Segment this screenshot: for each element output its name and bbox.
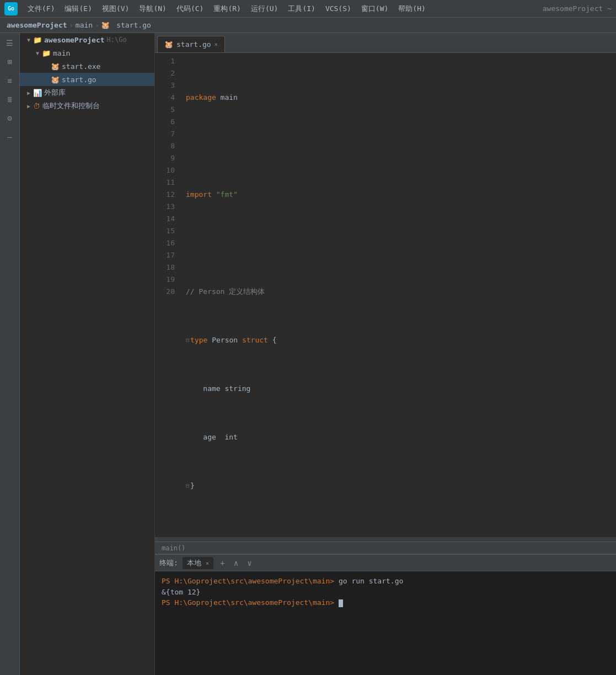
file-tree-startgo[interactable]: 🐹 start.go <box>20 73 154 86</box>
sidebar-btn-settings[interactable]: ⚙ <box>2 110 18 126</box>
ln-14: 14 <box>155 213 177 225</box>
code-lines[interactable]: package main import "fmt" // Person 定义结构… <box>181 53 616 537</box>
terminal-panel: 终端: 本地 × + ∧ ∨ PS H:\Goproject\src\aweso… <box>155 554 616 675</box>
breadcrumb-file-icon: 🐹 <box>101 21 110 29</box>
project-path: H:\Go <box>107 36 127 44</box>
sidebar-btn-indent2[interactable]: ≣ <box>2 92 18 107</box>
tab-close-btn[interactable]: × <box>215 41 218 47</box>
cmt-person: // Person 定义结构体 <box>186 286 265 298</box>
terminal-prompt-1: PS H:\Goproject\src\awesomeProject\main> <box>162 577 334 585</box>
tab-filename: start.go <box>176 40 211 49</box>
h-scrollbar[interactable] <box>155 537 616 542</box>
breadcrumb-sep-1: › <box>69 22 73 29</box>
editor-area: 🐹 start.go × 1 2 3 4 5 6 7 8 9 10 <box>155 33 616 675</box>
extlib-label: 外部库 <box>44 88 66 98</box>
project-title: awesomeProject ~ <box>543 4 612 13</box>
file-tree-temp[interactable]: ▶ ⏱ 临时文件和控制台 <box>20 99 154 113</box>
terminal-tab-local-label: 本地 <box>187 559 201 567</box>
menu-view[interactable]: 视图(V) <box>98 3 133 15</box>
sidebar-btn-indent1[interactable]: ≡ <box>2 73 18 88</box>
code-line-10 <box>186 528 612 537</box>
ln-10: 10 <box>155 164 177 176</box>
exe-file-icon: 🐹 <box>51 62 60 71</box>
code-line-2 <box>186 140 612 152</box>
menu-help[interactable]: 帮助(H) <box>394 3 430 15</box>
breadcrumb-project[interactable]: awesomeProject <box>7 21 67 29</box>
ln-4: 4 <box>155 92 177 104</box>
code-line-5: // Person 定义结构体 <box>186 286 612 298</box>
ln-20: 20 <box>155 286 177 298</box>
terminal-nav-down[interactable]: ∨ <box>245 558 254 569</box>
menu-file[interactable]: 文件(F) <box>23 3 59 15</box>
ln-5: 5 <box>155 104 177 116</box>
expand-arrow-extlib: ▶ <box>24 90 33 96</box>
line-numbers: 1 2 3 4 5 6 7 8 9 10 11 12 13 14 15 16 1 <box>155 53 181 537</box>
field-age: age <box>203 431 216 443</box>
file-tree-startexe[interactable]: 🐹 start.exe <box>20 60 154 73</box>
tab-startgo[interactable]: 🐹 start.go × <box>157 36 225 52</box>
terminal-line-3: PS H:\Goproject\src\awesomeProject\main> <box>162 597 609 608</box>
expand-arrow-project: ▼ <box>24 37 33 43</box>
terminal-cursor <box>339 599 343 607</box>
menu-tools[interactable]: 工具(I) <box>283 3 319 15</box>
terminal-line-2: &{tom 12} <box>162 587 609 598</box>
menu-code[interactable]: 代码(C) <box>172 3 208 15</box>
kw-import: import <box>186 189 212 201</box>
ln-12: 12 <box>155 189 177 201</box>
ln-13: 13 <box>155 201 177 213</box>
code-editor[interactable]: 1 2 3 4 5 6 7 8 9 10 11 12 13 14 15 16 1 <box>155 53 616 537</box>
breadcrumb-folder[interactable]: main <box>76 21 93 29</box>
terminal-content[interactable]: PS H:\Goproject\src\awesomeProject\main>… <box>155 571 616 675</box>
fold-9[interactable]: ⊟ <box>186 480 189 492</box>
menu-run[interactable]: 运行(U) <box>247 3 282 15</box>
kw-package: package <box>186 92 216 104</box>
extlib-icon: 📊 <box>33 89 42 97</box>
menu-nav[interactable]: 导航(N) <box>135 3 170 15</box>
temp-icon: ⏱ <box>33 102 40 110</box>
fold-6[interactable]: ⊟ <box>186 334 189 346</box>
breadcrumb-file[interactable]: 🐹 start.go <box>101 21 151 29</box>
ln-15: 15 <box>155 225 177 237</box>
file-tree-project[interactable]: ▼ 📁 awesomeProject H:\Go <box>20 33 154 46</box>
main-layout: ☰ ⊞ ≡ ≣ ⚙ — ▼ 📁 awesomeProject H:\Go ▼ 📁… <box>0 33 616 675</box>
menu-edit[interactable]: 编辑(E) <box>60 3 96 15</box>
code-content: 1 2 3 4 5 6 7 8 9 10 11 12 13 14 15 16 1 <box>155 53 616 537</box>
sidebar-btn-filetree[interactable]: ☰ <box>2 35 18 51</box>
startexe-label: start.exe <box>62 62 100 71</box>
ln-7: 7 <box>155 128 177 140</box>
ln-19: 19 <box>155 274 177 286</box>
sidebar-btn-collapse[interactable]: — <box>2 129 18 144</box>
terminal-line-1: PS H:\Goproject\src\awesomeProject\main>… <box>162 576 609 587</box>
status-mini: main() <box>155 542 616 554</box>
menu-vcs[interactable]: VCS(S) <box>321 3 356 14</box>
tab-bar: 🐹 start.go × <box>155 33 616 53</box>
terminal-tab-local[interactable]: 本地 × <box>183 557 213 569</box>
ln-1: 1 <box>155 55 177 67</box>
terminal-output-1: &{tom 12} <box>162 588 200 596</box>
code-line-8: age int <box>186 431 612 443</box>
file-panel: ▼ 📁 awesomeProject H:\Go ▼ 📁 main 🐹 star… <box>20 33 155 675</box>
code-line-1: package main <box>186 92 612 104</box>
terminal-tab-close[interactable]: × <box>206 560 210 567</box>
terminal-nav-up[interactable]: ∧ <box>232 558 240 569</box>
icon-sidebar: ☰ ⊞ ≡ ≣ ⚙ — <box>0 33 20 675</box>
breadcrumb-sep-2: › <box>95 22 99 29</box>
menu-refactor[interactable]: 重构(R) <box>209 3 245 15</box>
file-tree-extlib[interactable]: ▶ 📊 外部库 <box>20 86 154 99</box>
menu-window[interactable]: 窗口(W) <box>357 3 393 15</box>
breadcrumb: awesomeProject › main › 🐹 start.go <box>0 18 616 33</box>
go-file-icon: 🐹 <box>51 76 60 84</box>
sidebar-btn-structure[interactable]: ⊞ <box>2 54 18 69</box>
terminal-label: 终端: <box>159 558 178 568</box>
expand-arrow-temp: ▶ <box>24 103 33 109</box>
ln-2: 2 <box>155 67 177 79</box>
main-folder-icon: 📁 <box>42 49 51 57</box>
ln-17: 17 <box>155 249 177 261</box>
project-folder-icon: 📁 <box>33 36 42 44</box>
tab-file-icon: 🐹 <box>164 40 173 49</box>
file-tree-main-folder[interactable]: ▼ 📁 main <box>20 46 154 60</box>
code-line-4 <box>186 237 612 249</box>
code-line-3: import "fmt" <box>186 189 612 201</box>
ln-9: 9 <box>155 152 177 164</box>
terminal-add-btn[interactable]: + <box>218 558 227 569</box>
